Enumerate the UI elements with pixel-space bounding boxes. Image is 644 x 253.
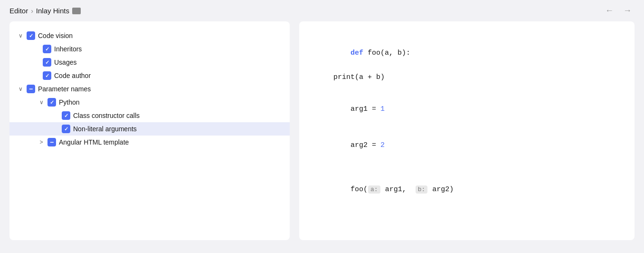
checkbox-python[interactable] [47, 98, 56, 107]
tree-item-usages[interactable]: Usages [9, 56, 290, 69]
label-class-constructor-calls: Class constructor calls [73, 112, 140, 119]
code-block-1: def foo(a, b): print(a + b) [316, 35, 617, 83]
code-arg1-name: arg1 [350, 105, 368, 113]
code-line-arg2: arg2 = 2 [316, 127, 617, 164]
checkbox-usages[interactable] [43, 58, 51, 67]
label-inheritors: Inheritors [54, 45, 82, 53]
nav-forward-button[interactable]: → [620, 5, 635, 17]
label-usages: Usages [54, 58, 76, 66]
checkbox-angular-html-template[interactable] [47, 138, 56, 146]
tree-item-parameter-names[interactable]: ∨Parameter names [9, 82, 290, 96]
checkbox-class-constructor-calls[interactable] [62, 111, 70, 120]
tree-item-code-author[interactable]: Code author [9, 69, 290, 82]
label-python: Python [59, 98, 80, 106]
code-foo-sig: foo(a, b): [363, 49, 410, 57]
code-line-arg1: arg1 = 1 [316, 91, 617, 127]
code-panel: def foo(a, b): print(a + b) arg1 = 1 arg… [299, 21, 635, 240]
checkbox-code-vision[interactable] [27, 31, 35, 40]
code-foo-call-start: foo( [350, 185, 368, 194]
code-hint-b: b: [416, 185, 428, 194]
checkbox-inheritors[interactable] [43, 45, 51, 53]
code-arg1-eq: = [368, 105, 380, 113]
top-bar: Editor › Inlay Hints ← → [0, 0, 644, 21]
code-arg2-eq: = [368, 141, 380, 149]
label-code-author: Code author [54, 72, 91, 79]
code-arg1-val: 1 [380, 105, 385, 113]
chevron-parameter-names[interactable]: ∨ [17, 86, 24, 92]
breadcrumb: Editor › Inlay Hints [9, 7, 81, 15]
chevron-angular-html-template[interactable]: > [38, 139, 45, 146]
chevron-python[interactable]: ∨ [38, 99, 45, 106]
nav-arrows: ← → [602, 5, 635, 17]
label-code-vision: Code vision [38, 32, 73, 39]
label-non-literal-arguments: Non-literal arguments [73, 125, 137, 133]
label-angular-html-template: Angular HTML template [59, 138, 129, 146]
settings-icon [72, 8, 81, 14]
nav-back-button[interactable]: ← [602, 5, 616, 17]
label-parameter-names: Parameter names [38, 85, 91, 93]
tree-item-non-literal-arguments[interactable]: Non-literal arguments [9, 122, 290, 136]
code-line-print: print(a + b) [316, 71, 617, 84]
breadcrumb-editor[interactable]: Editor [9, 7, 28, 15]
breadcrumb-inlay-hints[interactable]: Inlay Hints [36, 7, 69, 15]
keyword-def: def [350, 49, 363, 57]
chevron-code-vision[interactable]: ∨ [17, 32, 24, 39]
code-line-foo-call: foo(a: arg1, b: arg2) [316, 171, 617, 208]
breadcrumb-separator: › [31, 7, 33, 15]
tree-item-angular-html-template[interactable]: >Angular HTML template [9, 136, 290, 149]
checkbox-code-author[interactable] [43, 71, 51, 80]
tree-item-code-vision[interactable]: ∨Code vision [9, 29, 290, 42]
code-hint-a: a: [368, 185, 380, 194]
tree-item-class-constructor-calls[interactable]: Class constructor calls [9, 109, 290, 122]
checkbox-non-literal-arguments[interactable] [62, 125, 70, 133]
tree-item-python[interactable]: ∨Python [9, 96, 290, 109]
code-arg2-val: 2 [380, 141, 385, 149]
code-block-3: foo(a: arg1, b: arg2) [316, 171, 617, 208]
code-hint-a-arg: arg1, [381, 185, 407, 194]
main-content: ∨Code visionInheritorsUsagesCode author∨… [0, 21, 644, 250]
code-line-def: def foo(a, b): [316, 35, 617, 71]
code-arg2-name: arg2 [350, 141, 368, 149]
tree-item-inheritors[interactable]: Inheritors [9, 42, 290, 56]
code-block-2: arg1 = 1 arg2 = 2 [316, 91, 617, 164]
checkbox-parameter-names[interactable] [27, 85, 35, 93]
settings-panel: ∨Code visionInheritorsUsagesCode author∨… [9, 21, 290, 240]
code-hint-b-arg: arg2) [428, 185, 454, 194]
